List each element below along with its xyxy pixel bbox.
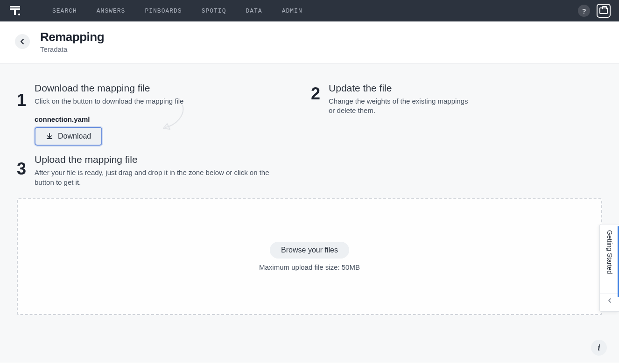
upload-size-hint: Maximum upload file size: 50MB — [259, 263, 360, 271]
step-2-number: 2 — [311, 85, 320, 146]
page-title: Remapping — [40, 30, 104, 44]
download-icon — [46, 133, 53, 140]
chevron-left-icon — [19, 38, 26, 45]
svg-rect-2 — [14, 8, 16, 15]
nav-admin[interactable]: ADMIN — [282, 7, 302, 14]
nav-search[interactable]: SEARCH — [52, 7, 77, 14]
svg-rect-0 — [10, 6, 20, 7]
user-avatar[interactable] — [597, 4, 611, 18]
info-icon: i — [598, 343, 600, 353]
step-1-title: Download the mapping file — [35, 83, 183, 94]
top-nav: SEARCH ANSWERS PINBOARDS SPOTIQ DATA ADM… — [0, 0, 619, 21]
step-3-title: Upload the mapping file — [35, 154, 277, 165]
step-2-desc: Change the weights of the existing mappi… — [329, 97, 469, 116]
getting-started-tab[interactable]: Getting Started — [599, 224, 619, 312]
nav-links: SEARCH ANSWERS PINBOARDS SPOTIQ DATA ADM… — [52, 7, 302, 14]
app-logo[interactable] — [8, 4, 21, 17]
step-3-number: 3 — [17, 161, 26, 187]
help-icon[interactable]: ? — [578, 5, 590, 17]
nav-pinboards[interactable]: PINBOARDS — [145, 7, 182, 14]
svg-point-3 — [18, 14, 20, 15]
download-file-name: connection.yaml — [35, 115, 183, 123]
nav-spotiq[interactable]: SPOTIQ — [202, 7, 226, 14]
upload-dropzone[interactable]: Browse your files Maximum upload file si… — [17, 198, 602, 315]
step-1-number: 1 — [17, 92, 26, 146]
briefcase-icon — [599, 7, 608, 14]
browse-files-button[interactable]: Browse your files — [270, 242, 349, 259]
info-button[interactable]: i — [591, 340, 607, 356]
back-button[interactable] — [15, 34, 30, 49]
download-button-label: Download — [58, 132, 91, 140]
nav-data[interactable]: DATA — [246, 7, 262, 14]
step-3-desc: After your file is ready, just drag and … — [35, 168, 277, 187]
step-3: 3 Upload the mapping file After your fil… — [17, 154, 277, 187]
page-subtitle: Teradata — [40, 45, 104, 53]
step-2-title: Update the file — [329, 83, 469, 94]
step-1-desc: Click on the button to download the mapp… — [35, 97, 183, 106]
nav-answers[interactable]: ANSWERS — [97, 7, 126, 14]
getting-started-label: Getting Started — [606, 229, 613, 290]
download-button[interactable]: Download — [35, 127, 102, 146]
step-2: 2 Update the file Change the weights of … — [311, 83, 469, 146]
page-header: Remapping Teradata — [0, 21, 619, 64]
step-1: 1 Download the mapping file Click on the… — [17, 83, 278, 146]
side-tab-collapse[interactable] — [600, 294, 619, 307]
content-area: 1 Download the mapping file Click on the… — [0, 64, 619, 363]
chevron-left-icon — [607, 298, 612, 303]
